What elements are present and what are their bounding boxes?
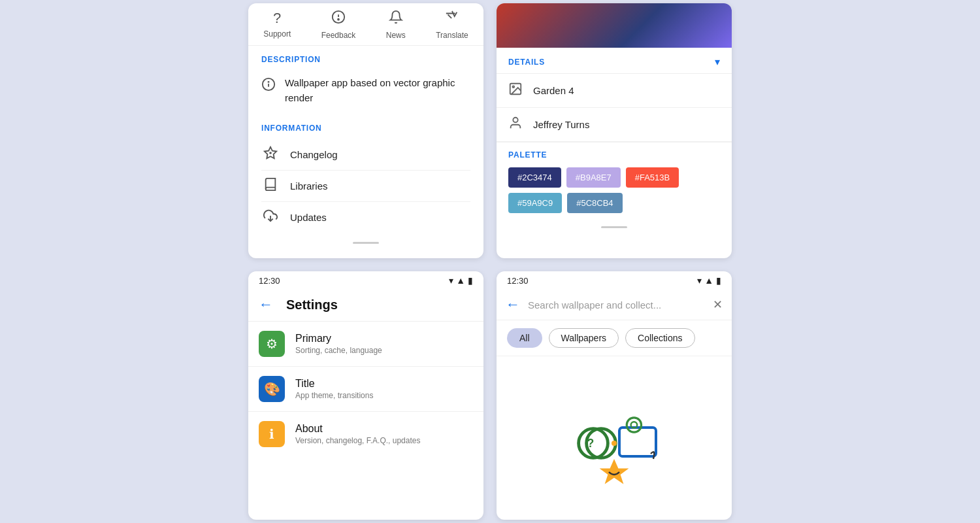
palette-title: PALETTE (508, 150, 720, 160)
scroll-indicator (353, 242, 379, 244)
wifi-icon-br: ▾ (697, 275, 702, 286)
updates-item[interactable]: Updates (261, 202, 470, 233)
screens-container: ? Support Feedback (248, 3, 732, 520)
primary-icon-box: ⚙ (259, 331, 285, 357)
description-row: Wallpaper app based on vector graphic re… (261, 71, 470, 110)
back-arrow-search[interactable]: ← (506, 296, 520, 313)
description-title: DESCRIPTION (261, 55, 470, 64)
primary-info: Primary Sorting, cache, language (295, 333, 382, 355)
wifi-icon: ▾ (449, 275, 453, 286)
filter-collections[interactable]: Collections (625, 328, 694, 348)
translate-nav-item[interactable]: Translate (436, 10, 468, 40)
settings-header: ← Settings (248, 290, 483, 322)
bottom-left-screen: 12:30 ▾ ▲ ▮ ← Settings ⚙ Primary Sorting… (248, 271, 483, 520)
about-name: About (295, 423, 420, 435)
image-icon (508, 82, 523, 99)
news-nav-item[interactable]: News (386, 10, 406, 40)
translate-icon (445, 10, 459, 28)
palette-chip-2[interactable]: #FA513B (626, 167, 679, 188)
illustration-svg: ? (562, 386, 666, 490)
filter-wallpapers[interactable]: Wallpapers (549, 328, 619, 348)
author-name: Jeffrey Turns (533, 119, 589, 130)
feedback-nav-item[interactable]: Feedback (321, 10, 356, 40)
updates-icon (261, 209, 280, 226)
palette-chips: #2C3474 #B9A8E7 #FA513B #59A9C9 #5C8CB4 (508, 167, 720, 213)
time-br: 12:30 (507, 276, 529, 286)
changelog-icon (261, 146, 280, 163)
description-text: Wallpaper app based on vector graphic re… (285, 76, 470, 105)
palette-chip-0[interactable]: #2C3474 (508, 167, 561, 188)
chevron-down-icon[interactable]: ▾ (715, 56, 720, 68)
search-illustration: ? (497, 356, 732, 520)
about-settings-item[interactable]: ℹ About Version, changelog, F.A.Q., upda… (248, 412, 483, 456)
news-icon (389, 10, 403, 28)
search-bar: ← Search wallpaper and collect... ✕ (497, 290, 732, 320)
details-title: DETAILS (508, 58, 545, 67)
about-icon-box: ℹ (259, 421, 285, 447)
primary-name: Primary (295, 333, 382, 345)
svg-point-1 (338, 19, 339, 20)
primary-settings-item[interactable]: ⚙ Primary Sorting, cache, language (248, 322, 483, 367)
information-title: INFORMATION (261, 124, 470, 133)
title-settings-item[interactable]: 🎨 Title App theme, transitions (248, 367, 483, 412)
libraries-icon (261, 177, 280, 195)
person-icon (508, 116, 523, 133)
about-desc: Version, changelog, F.A.Q., updates (295, 436, 420, 445)
feedback-icon (331, 10, 346, 28)
battery-icon-br: ▮ (716, 275, 721, 286)
status-bar-bl: 12:30 ▾ ▲ ▮ (248, 271, 483, 290)
changelog-item[interactable]: Changelog (261, 139, 470, 171)
top-left-screen: ? Support Feedback (248, 3, 483, 258)
support-nav-item[interactable]: ? Support (263, 10, 291, 40)
svg-point-8 (512, 86, 514, 88)
search-input[interactable]: Search wallpaper and collect... (528, 299, 705, 311)
title-desc: App theme, transitions (295, 391, 373, 400)
signal-icon: ▲ (456, 275, 465, 286)
svg-marker-12 (600, 459, 629, 484)
filter-chips: All Wallpapers Collections (497, 320, 732, 356)
status-icons-br: ▾ ▲ ▮ (697, 275, 721, 286)
svg-point-5 (270, 152, 271, 154)
battery-icon: ▮ (468, 275, 473, 286)
filter-all[interactable]: All (507, 328, 542, 348)
palette-section: PALETTE #2C3474 #B9A8E7 #FA513B #59A9C9 … (497, 142, 732, 221)
back-arrow-settings[interactable]: ← (259, 296, 273, 313)
scroll-indicator-tr (601, 226, 627, 228)
information-section: INFORMATION Changelog Libraries (248, 114, 483, 237)
author-detail-row: Jeffrey Turns (497, 108, 732, 142)
palette-chip-3[interactable]: #59A9C9 (508, 193, 562, 213)
status-bar-br: 12:30 ▾ ▲ ▮ (497, 271, 732, 290)
primary-desc: Sorting, cache, language (295, 346, 382, 355)
palette-chip-4[interactable]: #5C8CB4 (567, 193, 622, 213)
svg-point-14 (627, 418, 641, 432)
libraries-item[interactable]: Libraries (261, 171, 470, 202)
svg-point-9 (513, 118, 517, 122)
top-nav: ? Support Feedback (248, 3, 483, 46)
image-name: Garden 4 (533, 85, 574, 96)
time-bl: 12:30 (259, 276, 280, 286)
bottom-right-screen: 12:30 ▾ ▲ ▮ ← Search wallpaper and colle… (497, 271, 732, 520)
settings-title: Settings (286, 297, 338, 312)
info-icon (261, 77, 276, 95)
palette-chip-1[interactable]: #B9A8E7 (566, 167, 621, 188)
details-header: DETAILS ▾ (497, 48, 732, 74)
status-icons-bl: ▾ ▲ ▮ (449, 275, 473, 286)
support-icon: ? (273, 10, 281, 27)
svg-text:?: ? (587, 437, 594, 450)
wallpaper-preview (497, 3, 732, 48)
signal-icon-br: ▲ (704, 275, 713, 286)
description-section: DESCRIPTION Wallpaper app based on vecto… (248, 46, 483, 114)
title-name: Title (295, 378, 373, 390)
title-info: Title App theme, transitions (295, 378, 373, 400)
title-icon-box: 🎨 (259, 376, 285, 402)
about-info: About Version, changelog, F.A.Q., update… (295, 423, 420, 445)
svg-point-17 (612, 441, 617, 446)
image-detail-row: Garden 4 (497, 74, 732, 108)
top-right-screen: DETAILS ▾ Garden 4 Jeffrey Turns (497, 3, 732, 258)
clear-search-button[interactable]: ✕ (713, 297, 723, 312)
